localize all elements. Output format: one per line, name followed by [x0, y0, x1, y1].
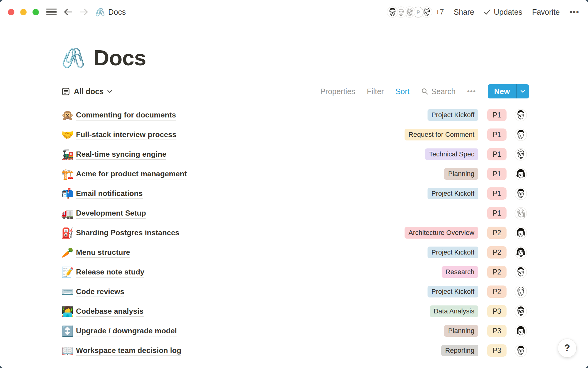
table-row[interactable]: ⌨️ Code reviews Project Kickoff P2: [61, 282, 529, 301]
updates-button[interactable]: Updates: [484, 8, 522, 17]
table-row[interactable]: 🤝 Full-stack interview process Request f…: [61, 125, 529, 144]
doc-emoji: 🏗️: [61, 169, 76, 179]
sidebar-toggle-icon[interactable]: [46, 9, 57, 16]
table-row[interactable]: 🏗️ Acme for product management Planning …: [61, 164, 529, 184]
doc-title-link[interactable]: Full-stack interview process: [76, 130, 405, 139]
doc-type-tag[interactable]: Project Kickoff: [428, 188, 478, 199]
view-more-options-icon[interactable]: •••: [467, 87, 476, 95]
doc-title-link[interactable]: Real-time syncing engine: [76, 150, 425, 159]
owner-avatar[interactable]: [514, 109, 527, 121]
doc-title-link[interactable]: Upgrade / downgrade model: [76, 327, 444, 335]
sort-button[interactable]: Sort: [395, 87, 409, 96]
table-row[interactable]: ⛽ Sharding Postgres instances Architectu…: [61, 223, 529, 243]
doc-emoji: ⛽: [61, 228, 76, 238]
breadcrumb-title: Docs: [108, 8, 126, 17]
breadcrumb[interactable]: 🖇️ Docs: [95, 8, 126, 17]
priority-badge[interactable]: P2: [487, 227, 507, 239]
priority-badge[interactable]: P2: [487, 286, 507, 298]
doc-emoji: 📬: [61, 189, 76, 199]
forward-arrow-icon[interactable]: [79, 8, 89, 16]
doc-type-tag[interactable]: Planning: [444, 168, 478, 180]
priority-badge[interactable]: P3: [487, 325, 507, 337]
doc-title-text: Release note study: [76, 268, 144, 278]
owner-avatar[interactable]: [514, 207, 527, 220]
share-button[interactable]: Share: [454, 8, 474, 17]
doc-title-link[interactable]: Sharding Postgres instances: [76, 228, 405, 237]
doc-type-tag[interactable]: Project Kickoff: [428, 247, 478, 258]
view-switcher-label: All docs: [74, 87, 104, 96]
collaborator-overflow-count[interactable]: +7: [435, 8, 444, 16]
filter-button[interactable]: Filter: [367, 87, 384, 96]
priority-badge[interactable]: P2: [487, 266, 507, 278]
doc-title-link[interactable]: Commenting for documents: [76, 111, 428, 119]
doc-title-text: Sharding Postgres instances: [76, 228, 179, 238]
new-doc-dropdown[interactable]: [516, 84, 529, 98]
owner-avatar[interactable]: [514, 128, 527, 141]
table-row[interactable]: 🥕 Menu structure Project Kickoff P2: [61, 243, 529, 262]
doc-type-tag[interactable]: Architecture Overview: [405, 227, 478, 239]
new-doc-button[interactable]: New: [488, 84, 529, 98]
doc-title-link[interactable]: Codebase analysis: [76, 307, 430, 316]
priority-badge[interactable]: P1: [487, 148, 507, 160]
priority-badge[interactable]: P3: [487, 344, 507, 357]
doc-type-tag[interactable]: Research: [442, 266, 478, 278]
collaborator-avatars[interactable]: P: [387, 6, 432, 18]
properties-button[interactable]: Properties: [320, 87, 355, 96]
view-switcher[interactable]: All docs: [61, 87, 112, 96]
doc-type-tag[interactable]: Reporting: [441, 345, 478, 356]
doc-title-link[interactable]: Release note study: [76, 268, 442, 276]
priority-badge[interactable]: P1: [487, 109, 507, 121]
table-row[interactable]: 📝 Release note study Research P2: [61, 262, 529, 282]
more-options-icon[interactable]: •••: [570, 8, 579, 17]
priority-badge[interactable]: P3: [487, 305, 507, 317]
doc-title-link[interactable]: Menu structure: [76, 248, 428, 257]
doc-type-tag[interactable]: Project Kickoff: [428, 109, 478, 121]
favorite-label: Favorite: [532, 8, 560, 17]
owner-avatar[interactable]: [514, 187, 527, 200]
priority-badge[interactable]: P1: [487, 168, 507, 180]
owner-avatar[interactable]: [514, 227, 527, 239]
view-toolbar: All docs Properties Filter Sort Search •…: [61, 84, 529, 103]
zoom-window-button[interactable]: [32, 9, 39, 15]
priority-badge[interactable]: P1: [487, 207, 507, 219]
doc-title-link[interactable]: Email notifications: [76, 189, 428, 198]
help-button[interactable]: ?: [558, 339, 577, 358]
close-window-button[interactable]: [8, 9, 14, 15]
table-row[interactable]: 📖 Workspace team decision log Reporting …: [61, 341, 529, 360]
owner-avatar[interactable]: [514, 148, 527, 161]
owner-avatar[interactable]: [514, 344, 527, 357]
doc-type-tag[interactable]: Data Analysis: [430, 305, 478, 317]
doc-page-icon: 🖇️: [95, 8, 105, 16]
doc-emoji: ↕️: [61, 326, 76, 336]
table-row[interactable]: 🚛 Development Setup P1: [61, 203, 529, 223]
doc-title-link[interactable]: Development Setup: [76, 209, 478, 217]
doc-type-tag[interactable]: Technical Spec: [425, 148, 478, 160]
back-arrow-icon[interactable]: [63, 8, 73, 16]
priority-badge[interactable]: P1: [487, 187, 507, 200]
owner-avatar[interactable]: [514, 325, 527, 337]
table-row[interactable]: 📬 Email notifications Project Kickoff P1: [61, 184, 529, 203]
table-row[interactable]: 🚂 Real-time syncing engine Technical Spe…: [61, 144, 529, 164]
doc-type-tag[interactable]: Project Kickoff: [428, 286, 478, 297]
doc-title-link[interactable]: Code reviews: [76, 287, 428, 296]
table-row[interactable]: 👩‍💻 Codebase analysis Data Analysis P3: [61, 301, 529, 321]
favorite-button[interactable]: Favorite: [532, 8, 560, 17]
page-icon[interactable]: 🖇️: [61, 48, 85, 67]
doc-title-link[interactable]: Acme for product management: [76, 170, 444, 178]
priority-badge[interactable]: P1: [487, 128, 507, 141]
table-row[interactable]: 🙊 Commenting for documents Project Kicko…: [61, 105, 529, 125]
doc-type-tag[interactable]: Request for Comment: [405, 129, 478, 140]
doc-title-text: Commenting for documents: [76, 111, 176, 121]
priority-badge[interactable]: P2: [487, 246, 507, 259]
owner-avatar[interactable]: [514, 286, 527, 298]
doc-type-tag[interactable]: Planning: [444, 325, 478, 337]
owner-avatar[interactable]: [514, 266, 527, 278]
avatar-man-dark[interactable]: [387, 6, 398, 18]
owner-avatar[interactable]: [514, 246, 527, 259]
owner-avatar[interactable]: [514, 168, 527, 180]
doc-title-link[interactable]: Workspace team decision log: [76, 346, 441, 355]
table-row[interactable]: ↕️ Upgrade / downgrade model Planning P3: [61, 321, 529, 341]
search-button[interactable]: Search: [421, 87, 455, 96]
owner-avatar[interactable]: [514, 305, 527, 318]
minimize-window-button[interactable]: [20, 9, 27, 15]
